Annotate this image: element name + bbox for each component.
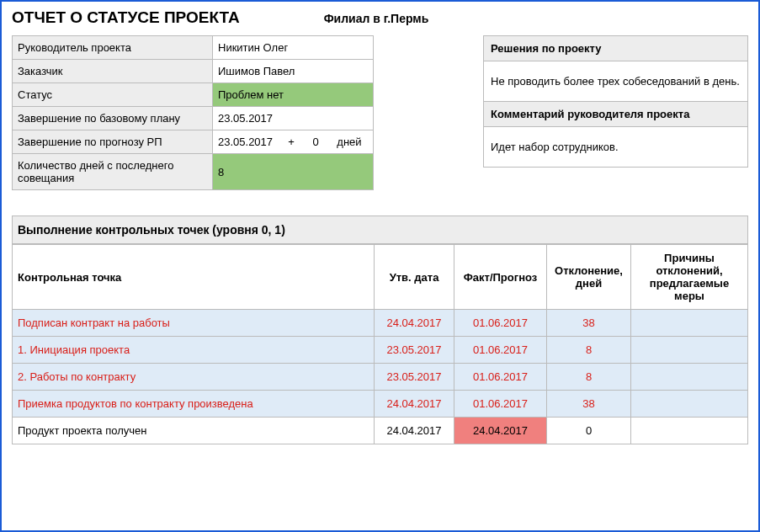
cell-fact: 01.06.2017 [454, 364, 547, 391]
cell-deviation: 8 [547, 337, 631, 364]
col-fact: Факт/Прогноз [454, 245, 547, 310]
comment-box: Комментарий руководителя проекта Идет на… [483, 102, 748, 168]
table-row: Продукт проекта получен24.04.201724.04.2… [13, 418, 748, 444]
cell-deviation: 38 [547, 310, 631, 337]
project-info-table: Руководитель проекта Никитин Олег Заказч… [12, 35, 374, 190]
label-status: Статус [13, 83, 213, 107]
project-info-block: Руководитель проекта Никитин Олег Заказч… [12, 35, 374, 190]
cell-reasons [631, 418, 748, 444]
value-customer: Ишимов Павел [213, 60, 374, 83]
cell-reasons [631, 337, 748, 364]
value-baseline-end: 23.05.2017 [213, 107, 374, 130]
cell-approved: 23.05.2017 [375, 364, 454, 391]
cell-reasons [631, 391, 748, 418]
milestones-section-title: Выполнение контрольных точек (уровня 0, … [12, 215, 748, 244]
cell-fact: 01.06.2017 [454, 310, 547, 337]
table-row: 1. Инициация проекта23.05.201701.06.2017… [13, 337, 748, 364]
col-name: Контрольная точка [13, 245, 375, 310]
label-manager: Руководитель проекта [13, 36, 213, 60]
cell-deviation: 38 [547, 391, 631, 418]
cell-fact: 01.06.2017 [454, 391, 547, 418]
forecast-date: 23.05.2017 [218, 136, 273, 148]
cell-deviation: 8 [547, 364, 631, 391]
cell-name: 1. Инициация проекта [13, 337, 375, 364]
cell-approved: 23.05.2017 [375, 337, 454, 364]
cell-name: Подписан контракт на работы [13, 310, 375, 337]
comment-body: Идет набор сотрудников. [484, 127, 747, 167]
cell-name: Продукт проекта получен [13, 418, 375, 444]
branch-name: Филиал в г.Пермь [324, 12, 429, 25]
col-reasons: Причины отклонений, предлагаемые меры [631, 245, 748, 310]
col-deviation: Отклонение, дней [547, 245, 631, 310]
milestones-table: Контрольная точка Утв. дата Факт/Прогноз… [12, 244, 748, 444]
value-status: Проблем нет [213, 83, 374, 107]
report-title: ОТЧЕТ О СТАТУСЕ ПРОЕКТА [12, 8, 240, 27]
value-forecast-end: 23.05.2017 + 0 дней [213, 130, 374, 154]
cell-deviation: 0 [547, 418, 631, 444]
cell-name: Приемка продуктов по контракту произведе… [13, 391, 375, 418]
label-forecast-end: Завершение по прогнозу РП [13, 130, 213, 154]
forecast-unit: дней [337, 136, 361, 148]
upper-section: Руководитель проекта Никитин Олег Заказч… [12, 35, 748, 190]
cell-reasons [631, 310, 748, 337]
cell-fact: 24.04.2017 [454, 418, 547, 444]
cell-fact: 01.06.2017 [454, 337, 547, 364]
cell-name: 2. Работы по контракту [13, 364, 375, 391]
label-customer: Заказчик [13, 60, 213, 83]
decisions-header: Решения по проекту [484, 36, 747, 61]
report-page: ОТЧЕТ О СТАТУСЕ ПРОЕКТА Филиал в г.Пермь… [0, 0, 760, 532]
value-days-since: 8 [213, 154, 374, 190]
forecast-sign: + [288, 136, 295, 148]
label-baseline-end: Завершение по базовому плану [13, 107, 213, 130]
col-approved: Утв. дата [375, 245, 454, 310]
label-days-since: Количество дней с последнего совещания [13, 154, 213, 190]
table-row: Подписан контракт на работы24.04.201701.… [13, 310, 748, 337]
value-manager: Никитин Олег [213, 36, 374, 60]
table-row: 2. Работы по контракту23.05.201701.06.20… [13, 364, 748, 391]
cell-approved: 24.04.2017 [375, 391, 454, 418]
cell-approved: 24.04.2017 [375, 310, 454, 337]
comment-header: Комментарий руководителя проекта [484, 102, 747, 127]
table-row: Приемка продуктов по контракту произведе… [13, 391, 748, 418]
report-header: ОТЧЕТ О СТАТУСЕ ПРОЕКТА Филиал в г.Пермь [12, 8, 748, 27]
right-panel: Решения по проекту Не проводить более тр… [483, 35, 748, 190]
cell-reasons [631, 364, 748, 391]
decisions-body: Не проводить более трех собеседований в … [484, 61, 747, 101]
decisions-box: Решения по проекту Не проводить более тр… [483, 35, 748, 102]
forecast-delta: 0 [312, 136, 318, 148]
cell-approved: 24.04.2017 [375, 418, 454, 444]
